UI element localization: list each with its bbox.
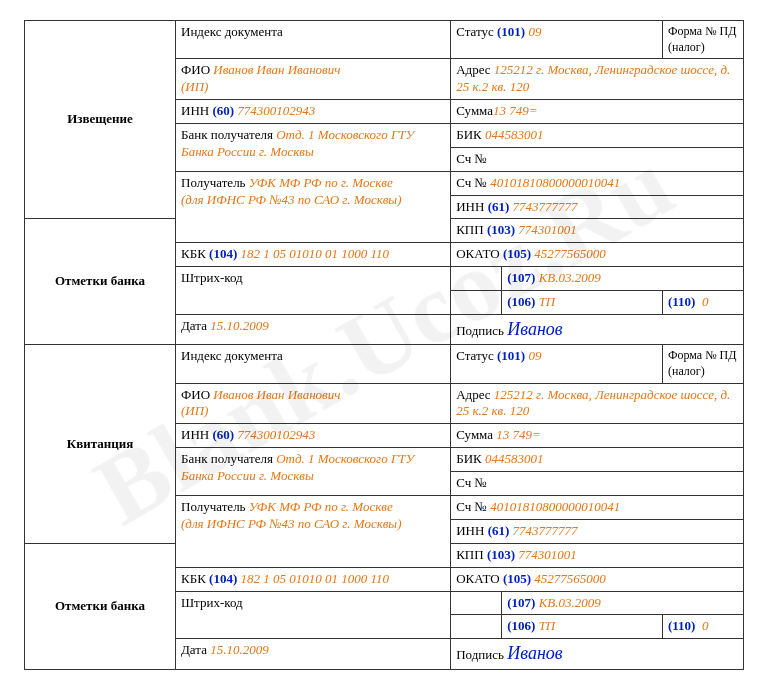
inn-code-2: (60) bbox=[212, 427, 234, 442]
bik-val: 044583001 bbox=[485, 127, 544, 142]
inn-recv-val-2: 7743777777 bbox=[513, 523, 578, 538]
fio-val-2: Иванов Иван Иванович bbox=[213, 387, 340, 402]
inn-recv-label: ИНН bbox=[456, 199, 484, 214]
signature-label-2: Подпись bbox=[456, 647, 504, 662]
kbk-code-2: (104) bbox=[209, 571, 237, 586]
signature-val-2: Иванов bbox=[507, 643, 562, 663]
okato-val: 45277565000 bbox=[534, 246, 606, 261]
acct-recv-val-2: 40101810800000010041 bbox=[490, 499, 620, 514]
side-bankmarks-1: Отметки банка bbox=[55, 273, 145, 288]
inn-val: 774300102943 bbox=[237, 103, 315, 118]
barcode-label-2: Штрих-код bbox=[181, 595, 243, 610]
acct1-label-2: Сч № bbox=[456, 475, 487, 490]
recv-note-2: (для ИФНС РФ №43 по САО г. Москвы) bbox=[181, 516, 402, 531]
bik-label-2: БИК bbox=[456, 451, 482, 466]
inn-recv-code: (61) bbox=[488, 199, 510, 214]
inn-label-2: ИНН bbox=[181, 427, 209, 442]
sum-label-2: Сумма bbox=[456, 427, 493, 442]
address-val: 125212 г. Москва, Ленинградское шоссе, д… bbox=[456, 62, 730, 94]
date-label: Дата bbox=[181, 318, 207, 333]
kpp-code: (103) bbox=[487, 222, 515, 237]
bank-recv-label: Банк получателя bbox=[181, 127, 273, 142]
acct-recv-val: 40101810800000010041 bbox=[490, 175, 620, 190]
side-receipt: Квитанция bbox=[67, 436, 134, 451]
address-label: Адрес bbox=[456, 62, 490, 77]
inn-code: (60) bbox=[212, 103, 234, 118]
status-code-2: (101) bbox=[497, 348, 525, 363]
signature-val: Иванов bbox=[507, 319, 562, 339]
address-label-2: Адрес bbox=[456, 387, 490, 402]
f106-val-2: ТП bbox=[539, 618, 556, 633]
status-label: Статус bbox=[456, 24, 494, 39]
recv-val: УФК МФ РФ по г. Москве bbox=[249, 175, 393, 190]
status-val-2: 09 bbox=[528, 348, 541, 363]
acct2-label: Сч № bbox=[456, 175, 487, 190]
f110-code-2: (110) bbox=[668, 618, 695, 633]
f107-val: КВ.03.2009 bbox=[539, 270, 601, 285]
date-label-2: Дата bbox=[181, 642, 207, 657]
bik-label: БИК bbox=[456, 127, 482, 142]
f107-val-2: КВ.03.2009 bbox=[539, 595, 601, 610]
date-val: 15.10.2009 bbox=[210, 318, 269, 333]
kbk-val-2: 182 1 05 01010 01 1000 110 bbox=[240, 571, 389, 586]
status-label-2: Статус bbox=[456, 348, 494, 363]
side-bankmarks-2: Отметки банка bbox=[55, 598, 145, 613]
recv-val-2: УФК МФ РФ по г. Москве bbox=[249, 499, 393, 514]
kbk-label-2: КБК bbox=[181, 571, 206, 586]
f107-code-2: (107) bbox=[507, 595, 535, 610]
inn-recv-code-2: (61) bbox=[488, 523, 510, 538]
side-notice: Извещение bbox=[67, 111, 133, 126]
bank-recv-label-2: Банк получателя bbox=[181, 451, 273, 466]
recv-note: (для ИФНС РФ №43 по САО г. Москвы) bbox=[181, 192, 402, 207]
doc-index-label-2: Индекс документа bbox=[181, 348, 283, 363]
f106-code: (106) bbox=[507, 294, 535, 309]
okato-val-2: 45277565000 bbox=[534, 571, 606, 586]
okato-label-2: ОКАТО bbox=[456, 571, 499, 586]
f110-val-2: 0 bbox=[702, 618, 709, 633]
ip-label: (ИП) bbox=[181, 79, 208, 94]
fio-val: Иванов Иван Иванович bbox=[213, 62, 340, 77]
acct2-label-2: Сч № bbox=[456, 499, 487, 514]
kbk-code: (104) bbox=[209, 246, 237, 261]
form-no-label: Форма № ПД (налог) bbox=[668, 24, 736, 54]
f106-val: ТП bbox=[539, 294, 556, 309]
kbk-label: КБК bbox=[181, 246, 206, 261]
barcode-label: Штрих-код bbox=[181, 270, 243, 285]
address-val-2: 125212 г. Москва, Ленинградское шоссе, д… bbox=[456, 387, 730, 419]
date-val-2: 15.10.2009 bbox=[210, 642, 269, 657]
fio-label: ФИО bbox=[181, 62, 210, 77]
kpp-val: 774301001 bbox=[518, 222, 577, 237]
kpp-code-2: (103) bbox=[487, 547, 515, 562]
sum-val: 13 749= bbox=[493, 103, 538, 118]
kpp-val-2: 774301001 bbox=[518, 547, 577, 562]
inn-recv-label-2: ИНН bbox=[456, 523, 484, 538]
okato-code-2: (105) bbox=[503, 571, 531, 586]
form-table: Извещение Индекс документа Статус (101) … bbox=[24, 20, 744, 670]
f107-code: (107) bbox=[507, 270, 535, 285]
signature-label: Подпись bbox=[456, 323, 504, 338]
bik-val-2: 044583001 bbox=[485, 451, 544, 466]
recv-label: Получатель bbox=[181, 175, 246, 190]
f106-code-2: (106) bbox=[507, 618, 535, 633]
f110-code: (110) bbox=[668, 294, 695, 309]
okato-code: (105) bbox=[503, 246, 531, 261]
kpp-label: КПП bbox=[456, 222, 483, 237]
inn-recv-val: 7743777777 bbox=[513, 199, 578, 214]
inn-label: ИНН bbox=[181, 103, 209, 118]
kpp-label-2: КПП bbox=[456, 547, 483, 562]
sum-val-2: 13 749= bbox=[496, 427, 541, 442]
inn-val-2: 774300102943 bbox=[237, 427, 315, 442]
acct1-label: Сч № bbox=[456, 151, 487, 166]
status-code: (101) bbox=[497, 24, 525, 39]
fio-label-2: ФИО bbox=[181, 387, 210, 402]
kbk-val: 182 1 05 01010 01 1000 110 bbox=[240, 246, 389, 261]
sum-label: Сумма bbox=[456, 103, 493, 118]
status-val: 09 bbox=[528, 24, 541, 39]
doc-index-label: Индекс документа bbox=[181, 24, 283, 39]
form-no-label-2: Форма № ПД (налог) bbox=[668, 348, 736, 378]
okato-label: ОКАТО bbox=[456, 246, 499, 261]
f110-val: 0 bbox=[702, 294, 709, 309]
recv-label-2: Получатель bbox=[181, 499, 246, 514]
ip-label-2: (ИП) bbox=[181, 403, 208, 418]
